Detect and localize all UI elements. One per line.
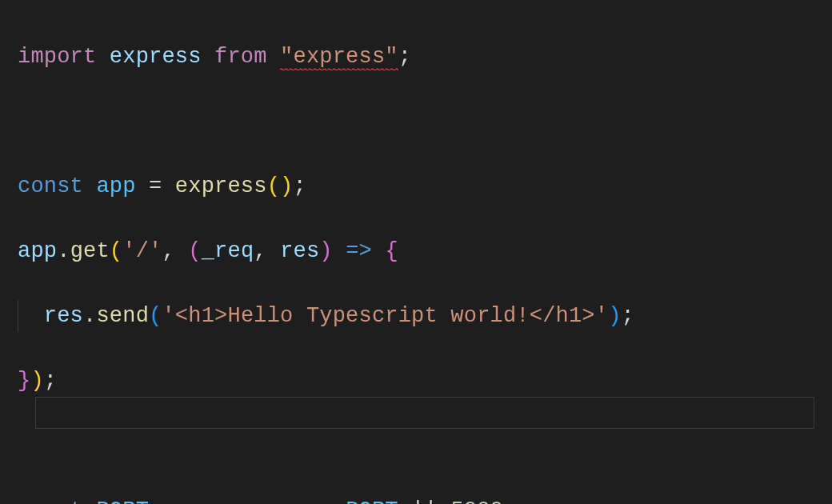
string-html: '<h1>Hello Typescript world!</h1>': [162, 304, 608, 328]
paren-open: (: [188, 239, 201, 263]
identifier-app: app: [18, 239, 57, 263]
operator-or: ||: [411, 498, 438, 505]
paren-close: ): [319, 239, 332, 263]
method-send: send: [96, 304, 149, 328]
keyword-const: const: [18, 174, 83, 198]
keyword-from: from: [214, 45, 267, 69]
paren-close: ): [608, 304, 621, 328]
arrow: =>: [346, 239, 372, 263]
code-line[interactable]: import express from "express";: [18, 41, 832, 74]
number-5000: 5000: [450, 498, 503, 505]
code-line[interactable]: const PORT = process.env.PORT || 5000;: [18, 494, 832, 505]
parens: (): [267, 174, 294, 198]
identifier-res: res: [44, 304, 83, 328]
paren-open: (: [110, 239, 122, 263]
param-res: res: [280, 239, 319, 263]
method-get: get: [70, 239, 110, 263]
identifier-process: process: [188, 498, 280, 505]
equals: =: [162, 498, 174, 505]
brace-close: }: [18, 369, 30, 393]
brace-open: {: [385, 239, 398, 263]
comma: ,: [162, 239, 174, 263]
active-line-highlight: [35, 397, 814, 429]
identifier-env: env: [294, 498, 333, 505]
string-route: '/': [122, 239, 162, 263]
code-line-empty[interactable]: [18, 106, 832, 138]
code-line[interactable]: });: [18, 365, 832, 398]
keyword-import: import: [18, 45, 96, 69]
call-express: express: [175, 174, 267, 198]
identifier-app: app: [96, 174, 135, 198]
code-line-empty[interactable]: [18, 430, 832, 462]
semicolon: ;: [44, 369, 57, 393]
equals: =: [149, 174, 162, 198]
dot: .: [280, 498, 293, 505]
identifier-port-env: PORT: [346, 498, 398, 505]
code-editor[interactable]: import express from "express"; const app…: [18, 8, 832, 504]
code-line[interactable]: app.get('/', (_req, res) => {: [18, 235, 832, 268]
string-express-module: "express": [280, 45, 398, 70]
dot: .: [83, 304, 96, 328]
param-req: _req: [202, 239, 254, 263]
keyword-const: const: [18, 498, 83, 505]
comma: ,: [254, 239, 266, 263]
code-line[interactable]: const app = express();: [18, 170, 832, 203]
dot: .: [57, 239, 70, 263]
paren-open: (: [149, 304, 162, 328]
semicolon: ;: [622, 304, 634, 328]
code-line[interactable]: res.send('<h1>Hello Typescript world!</h…: [18, 300, 832, 333]
semicolon: ;: [503, 498, 516, 505]
semicolon: ;: [398, 45, 411, 69]
dot: .: [333, 498, 346, 505]
identifier-express: express: [110, 45, 202, 69]
identifier-port: PORT: [96, 498, 149, 505]
paren-close: ): [30, 369, 43, 393]
semicolon: ;: [294, 174, 306, 198]
